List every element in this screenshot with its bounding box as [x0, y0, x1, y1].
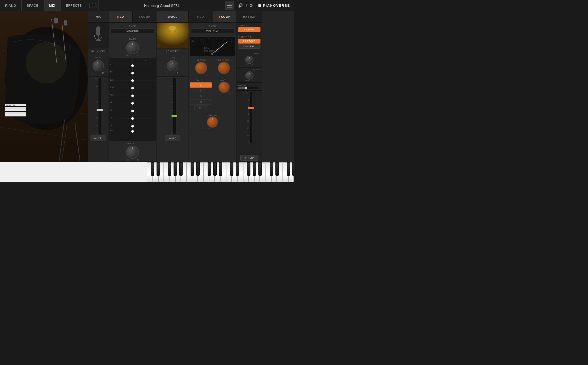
ratio-btn-12[interactable]: 12: [190, 94, 212, 99]
width-label: WIDTH: [238, 84, 260, 87]
width-thumb[interactable]: [245, 87, 247, 89]
svg-text:-12: -12: [199, 39, 201, 40]
mic-tab[interactable]: MIC: [88, 11, 110, 23]
ratio-btn-4[interactable]: 4: [190, 82, 212, 88]
eq-dot-250[interactable]: [131, 87, 134, 89]
settings-icon[interactable]: ⚙: [249, 3, 253, 8]
black-key-oct3-1[interactable]: [270, 162, 273, 176]
mic-image: [88, 23, 109, 48]
svg-rect-13: [5, 109, 26, 111]
tab-piano[interactable]: PIANO: [0, 0, 22, 11]
fader-handle-mic[interactable]: [97, 109, 103, 111]
gain-reduction-meter: -36 -12 -7 -4 -2 0: [190, 37, 235, 56]
eq-dot-31[interactable]: [131, 64, 134, 67]
eq1-eq-tab[interactable]: EQ: [109, 11, 133, 22]
output-knob[interactable]: [207, 116, 218, 128]
eq-dot-125[interactable]: [131, 79, 134, 82]
black-key-oct1-1[interactable]: [191, 162, 194, 176]
convo-button[interactable]: CONVO: [238, 27, 260, 32]
black-key-oct2-1[interactable]: [230, 162, 233, 176]
black-key-oct0-1[interactable]: [151, 162, 154, 176]
pan-knob-mic[interactable]: [92, 59, 105, 72]
black-key-oct1-4[interactable]: [208, 162, 211, 176]
eq1-comp-dot: [139, 16, 140, 18]
black-key-oct2-2[interactable]: [236, 162, 239, 176]
alert-icon[interactable]: !: [246, 3, 247, 8]
eq2-comp-channel: EQ COMP TYPE VINTAGE -36: [189, 11, 236, 162]
ratio-btn-8[interactable]: 8: [190, 88, 212, 93]
svg-text:31: 31: [110, 63, 112, 66]
black-key-oct1-6[interactable]: [219, 162, 222, 176]
black-key-oct1-2[interactable]: [196, 162, 200, 176]
eq1-type-value[interactable]: GRAPHIC: [111, 28, 154, 34]
space-room-label: ACADEMY: [157, 48, 189, 54]
mic-name-label: BLUMLEIN: [88, 48, 109, 54]
black-key-oct0-5[interactable]: [174, 162, 177, 176]
attack-knob[interactable]: [195, 62, 207, 74]
eq2-eq-tab[interactable]: EQ: [189, 11, 213, 22]
eq-dot-16k[interactable]: [131, 130, 134, 133]
mute-button-space[interactable]: MUTE: [165, 135, 180, 141]
master-comp-knob[interactable]: [245, 71, 254, 80]
ratio-label: RATIO: [190, 79, 212, 82]
send-fx-label: SEND FX: [238, 24, 260, 27]
black-key-oct2-4[interactable]: [247, 162, 250, 176]
svg-rect-14: [5, 112, 26, 114]
width-slider[interactable]: [238, 87, 259, 89]
black-key-oct0-4[interactable]: [168, 162, 171, 176]
black-key-oct0-6[interactable]: [179, 162, 183, 176]
eq-dot-8k[interactable]: [131, 125, 134, 128]
black-key-oct3-4[interactable]: [287, 162, 290, 176]
eq1-graph: 31 63 125 250 500 1k 2k 4k 8k 16k: [109, 58, 156, 141]
black-key-oct0-2[interactable]: [157, 162, 160, 176]
mute-button-mic[interactable]: MUTE: [91, 135, 106, 141]
choral-button[interactable]: CHORAL: [238, 44, 260, 49]
flip-button[interactable]: ⇄ FLIP: [240, 155, 258, 161]
fader-handle-master[interactable]: [248, 107, 254, 109]
eq-dot-63[interactable]: [131, 72, 134, 74]
fader-handle-space[interactable]: [172, 115, 177, 117]
svg-rect-16: [6, 105, 9, 106]
input-knob[interactable]: [218, 82, 230, 93]
tab-effects[interactable]: EFFECTS: [61, 0, 87, 11]
mic-channel: MIC BLUMLEIN: [88, 11, 109, 162]
eq-dot-500[interactable]: [131, 95, 134, 97]
tone-range: -5 +5: [245, 64, 254, 66]
eq-dot-4k[interactable]: [131, 117, 134, 120]
tone-knob[interactable]: [245, 56, 254, 64]
menu-button[interactable]: [225, 1, 234, 10]
nav-icons-group: 🔊 ! ⚙ ⊞ PIANOVERSE: [234, 3, 294, 8]
space-tab[interactable]: SPACE: [157, 11, 189, 22]
eq-dot-2k[interactable]: [131, 110, 134, 112]
black-key-oct2-5[interactable]: [253, 162, 256, 176]
svg-text:2k: 2k: [110, 109, 112, 112]
svg-text:8k: 8k: [110, 124, 112, 127]
release-knob[interactable]: [218, 62, 230, 74]
attack-release-row: ATTACK 1 7 RELEASE 1 7: [189, 57, 236, 78]
black-key-oct1-5[interactable]: [213, 162, 217, 176]
svg-point-64: [169, 26, 176, 30]
input-label: INPUT: [221, 79, 228, 82]
svg-text:0: 0: [130, 60, 131, 62]
eq1-output-knob[interactable]: [126, 146, 139, 159]
pan-knob-space[interactable]: [166, 60, 179, 72]
svg-rect-15: [5, 114, 26, 116]
ratio-btn-20[interactable]: 20: [190, 99, 212, 105]
black-key-oct2-6[interactable]: [258, 162, 262, 176]
eq1-gain-knob[interactable]: [126, 41, 139, 54]
release-label: RELEASE: [218, 59, 230, 61]
eq2-comp-tab[interactable]: COMP: [213, 11, 236, 22]
speaker-icon[interactable]: 🔊: [238, 3, 243, 8]
eq1-output-range: -20 20: [126, 159, 139, 161]
tab-mix[interactable]: MIX: [44, 0, 61, 11]
eq2-type-value[interactable]: VINTAGE: [191, 28, 234, 34]
tab-space[interactable]: SPACE: [22, 0, 44, 11]
partcls-button[interactable]: PARTCLS: [238, 39, 260, 44]
all-button[interactable]: ALL: [194, 105, 207, 111]
eq-dot-1k[interactable]: [131, 102, 134, 105]
black-key-oct3-2[interactable]: [275, 162, 279, 176]
eq1-comp-tab[interactable]: COMP: [133, 11, 156, 22]
fader-track-space: [173, 78, 176, 134]
black-key-oct3-5[interactable]: [292, 162, 294, 176]
svg-text:-4: -4: [216, 38, 217, 40]
